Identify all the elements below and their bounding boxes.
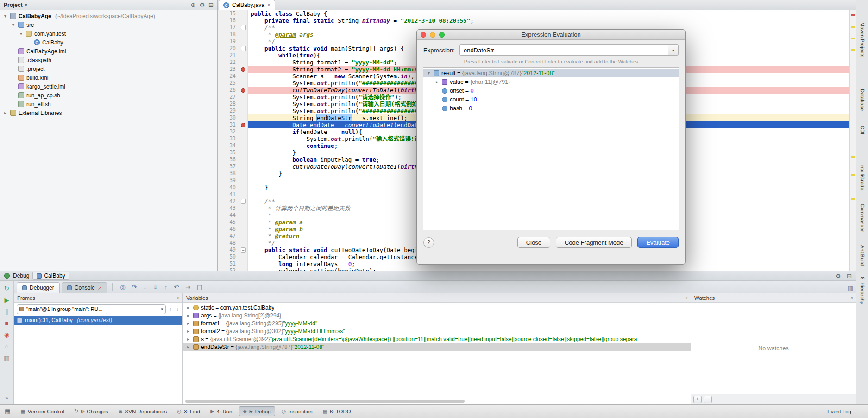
status-item-6-todo[interactable]: ▤6: TODO — [319, 407, 355, 416]
code-line[interactable]: 15public class CalBaby { — [218, 10, 849, 17]
show-execution-point-icon[interactable]: ◎ — [120, 283, 125, 292]
error-stripe-mark[interactable] — [851, 38, 855, 39]
resume-icon[interactable]: ▶ — [5, 297, 9, 304]
restore-layout-icon[interactable]: ▦ — [848, 285, 853, 291]
variable-item[interactable]: ▸static = com.yan.test.CalBaby — [183, 304, 691, 311]
pause-icon[interactable]: ∥ — [5, 309, 8, 315]
error-stripe-mark[interactable] — [851, 14, 855, 16]
zoom-window-icon[interactable] — [439, 32, 445, 38]
fold-icon[interactable]: − — [241, 46, 246, 51]
debug-session-tab[interactable]: CalBaby — [32, 272, 69, 280]
scroll-from-source-icon[interactable]: ⊕ — [191, 1, 196, 8]
evaluation-tree-item[interactable]: ▸value = {char[11]@791} — [423, 77, 679, 86]
dialog-titlebar[interactable]: Expression Evaluation — [417, 30, 685, 40]
evaluate-button[interactable]: Evaluate — [637, 237, 679, 248]
chevron-right-icon[interactable]: ▸ — [434, 79, 440, 84]
chevron-right-icon[interactable]: ▸ — [3, 110, 8, 115]
chevron-right-icon[interactable]: ▸ — [186, 329, 191, 334]
step-into-icon[interactable]: ↓ — [143, 283, 146, 292]
hide-panel-icon[interactable]: ⊟ — [847, 272, 852, 279]
horizontal-scrollbar[interactable] — [185, 400, 465, 403]
thread-selector[interactable]: "main"@1 in group "main": RU... ▾ — [17, 304, 166, 314]
project-panel-title[interactable]: Project — [4, 2, 23, 8]
project-tree-item[interactable]: ▾com.yan.test — [0, 29, 217, 38]
chevron-right-icon[interactable]: ▸ — [186, 313, 191, 318]
tool-window-button-intelligrade[interactable]: IntelliGrade — [860, 161, 865, 193]
error-stripe-mark[interactable] — [851, 26, 855, 28]
tool-window-button-database[interactable]: Database — [860, 86, 865, 114]
project-tree-item[interactable]: CalBaby — [0, 38, 217, 47]
previous-frame-icon[interactable]: ↑ — [168, 306, 173, 312]
evaluation-tree-item[interactable]: count = 10 — [423, 95, 679, 104]
tool-window-button-cdi[interactable]: CDI — [860, 123, 865, 137]
variable-item[interactable]: ▸format2 = {java.lang.String@302}"yyyy-M… — [183, 327, 691, 335]
expression-value[interactable]: endDateStr — [460, 47, 668, 54]
run-to-cursor-icon[interactable]: ⇥ — [185, 283, 190, 292]
tool-window-button-8-hierarchy[interactable]: 8: Hierarchy — [860, 274, 865, 307]
project-tree-item[interactable]: CalBabyAge.iml — [0, 47, 217, 56]
chevron-right-icon[interactable]: ▸ — [186, 305, 191, 310]
chevron-down-icon[interactable]: ▾ — [668, 45, 678, 55]
mute-breakpoints-icon[interactable]: ◌ — [5, 343, 9, 350]
close-button[interactable]: Close — [517, 237, 550, 248]
error-stripe-mark[interactable] — [851, 198, 855, 200]
project-tree-item[interactable]: kargo_settle.iml — [0, 82, 217, 91]
project-tree-item[interactable]: run_etl.sh — [0, 100, 217, 108]
chevron-right-icon[interactable]: ▸ — [186, 321, 191, 326]
error-stripe-mark[interactable] — [851, 156, 855, 158]
project-tree-item[interactable]: .classpath — [0, 56, 217, 64]
code-line[interactable]: 52 calendar.setTime(beginDate); — [218, 267, 849, 271]
status-item-version-control[interactable]: ▦Version Control — [17, 407, 68, 416]
variable-item[interactable]: ▸endDateStr = {java.lang.String@787}"201… — [183, 343, 691, 351]
hide-panel-icon[interactable]: ⇥ — [849, 295, 853, 301]
close-icon[interactable]: × — [267, 2, 270, 8]
chevron-down-icon[interactable]: ▾ — [3, 13, 8, 19]
add-watch-icon[interactable]: + — [693, 396, 702, 403]
chevron-down-icon[interactable]: ▾ — [19, 31, 24, 36]
next-frame-icon[interactable]: ↓ — [175, 306, 180, 312]
status-item-svn-repositories[interactable]: ⊞SVN Repositories — [114, 407, 170, 416]
chevron-down-icon[interactable]: ▾ — [11, 22, 16, 27]
breakpoint-icon[interactable] — [241, 88, 245, 93]
help-button[interactable]: ? — [423, 237, 434, 248]
error-stripe[interactable] — [849, 10, 856, 271]
project-tree-item[interactable]: ▸External Libraries — [0, 108, 217, 117]
settings-icon[interactable]: ▦ — [4, 355, 9, 361]
step-over-icon[interactable]: ↷ — [132, 283, 137, 292]
evaluation-tree-item[interactable]: ▾result = {java.lang.String@787}"2012-11… — [423, 69, 679, 77]
status-item-9-changes[interactable]: ↻9: Changes — [70, 407, 112, 416]
breakpoint-icon[interactable] — [241, 67, 245, 72]
error-stripe-mark[interactable] — [851, 174, 855, 176]
fold-icon[interactable]: − — [241, 247, 246, 253]
chevron-right-icon[interactable]: ▸ — [186, 336, 191, 342]
hide-panel-icon[interactable]: ⇥ — [683, 295, 687, 301]
tab-debugger[interactable]: Debugger — [17, 282, 60, 293]
tab-console[interactable]: Console↗ — [62, 282, 107, 293]
tool-window-button-commander[interactable]: Commander — [860, 201, 865, 235]
remove-watch-icon[interactable]: − — [704, 396, 712, 403]
project-tree-item[interactable]: ▾CalBabyAge (~/IdeaProjects/workspace/Ca… — [0, 12, 217, 20]
fold-icon[interactable]: − — [241, 25, 246, 30]
editor-tab[interactable]: CalBaby.java × — [219, 0, 275, 10]
force-step-into-icon[interactable]: ⇓ — [153, 283, 158, 292]
expression-input[interactable]: endDateStr ▾ — [459, 44, 679, 56]
chevron-right-icon[interactable]: ▸ — [186, 344, 191, 349]
error-stripe-mark[interactable] — [851, 49, 855, 51]
evaluation-tree-item[interactable]: offset = 0 — [423, 86, 679, 95]
tool-window-button-ant-build[interactable]: Ant Build — [860, 242, 865, 268]
chevron-down-icon[interactable]: ▾ — [25, 2, 27, 7]
rerun-icon[interactable]: ↻ — [4, 285, 9, 292]
status-item-3-find[interactable]: ◎3: Find — [173, 407, 204, 416]
stack-frame-item[interactable]: main():31, CalBaby (com.yan.test) — [14, 316, 182, 325]
code-fragment-mode-button[interactable]: Code Fragment Mode — [556, 237, 632, 248]
more-icon[interactable]: » — [5, 395, 8, 401]
settings-gear-icon[interactable]: ⚙ — [835, 272, 841, 279]
status-item-4-run[interactable]: ▶4: Run — [207, 407, 236, 416]
breakpoint-icon[interactable] — [241, 123, 245, 127]
close-window-icon[interactable] — [421, 32, 426, 38]
step-out-icon[interactable]: ↑ — [164, 283, 168, 292]
evaluation-tree-item[interactable]: hash = 0 — [423, 104, 679, 113]
variable-item[interactable]: ▸s = {java.util.Scanner@392}"java.util.S… — [183, 335, 691, 343]
project-tree-item[interactable]: .project — [0, 64, 217, 73]
code-line[interactable]: 16 private final static String birthday … — [218, 17, 849, 24]
